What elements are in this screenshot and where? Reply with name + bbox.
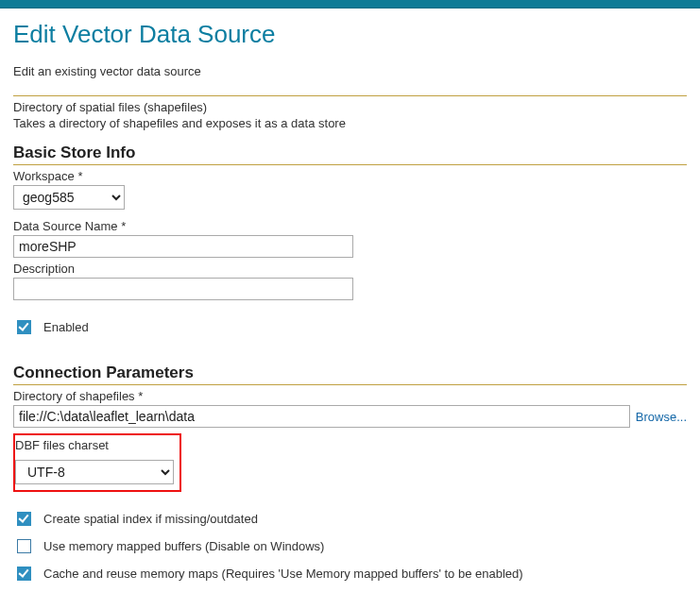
- app-topbar: [0, 0, 700, 8]
- charset-label: DBF files charset: [15, 438, 174, 452]
- memory-mapped-checkbox[interactable]: [17, 539, 31, 553]
- page-subtitle: Edit an existing vector data source: [13, 64, 687, 78]
- description-input[interactable]: [13, 278, 353, 300]
- description-label: Description: [13, 262, 687, 276]
- browse-link[interactable]: Browse...: [636, 410, 687, 424]
- shapefile-dir-label: Directory of shapefiles *: [13, 389, 687, 403]
- basic-store-info-heading: Basic Store Info: [13, 144, 687, 165]
- enabled-checkbox[interactable]: [17, 320, 31, 334]
- charset-highlight: DBF files charset UTF-8: [13, 433, 181, 492]
- spatial-index-checkbox[interactable]: [17, 512, 31, 526]
- workspace-select[interactable]: geog585: [13, 185, 125, 210]
- data-source-name-input[interactable]: [13, 235, 353, 258]
- data-source-name-label: Data Source Name *: [13, 219, 687, 233]
- charset-select[interactable]: UTF-8: [15, 460, 174, 484]
- memory-mapped-label: Use memory mapped buffers (Disable on Wi…: [43, 539, 324, 553]
- store-type-name: Directory of spatial files (shapefiles): [13, 100, 687, 114]
- workspace-label: Workspace *: [13, 169, 687, 183]
- cache-reuse-checkbox[interactable]: [17, 567, 31, 581]
- cache-reuse-label: Cache and reuse memory maps (Requires 'U…: [43, 567, 523, 581]
- store-type-desc: Takes a directory of shapefiles and expo…: [13, 116, 687, 130]
- page-title: Edit Vector Data Source: [13, 20, 687, 49]
- spatial-index-label: Create spatial index if missing/outdated: [43, 512, 258, 526]
- enabled-label: Enabled: [43, 320, 89, 334]
- page-body: Edit Vector Data Source Edit an existing…: [0, 8, 700, 609]
- divider: [13, 95, 687, 96]
- connection-parameters-heading: Connection Parameters: [13, 364, 687, 385]
- shapefile-dir-input[interactable]: [13, 405, 630, 428]
